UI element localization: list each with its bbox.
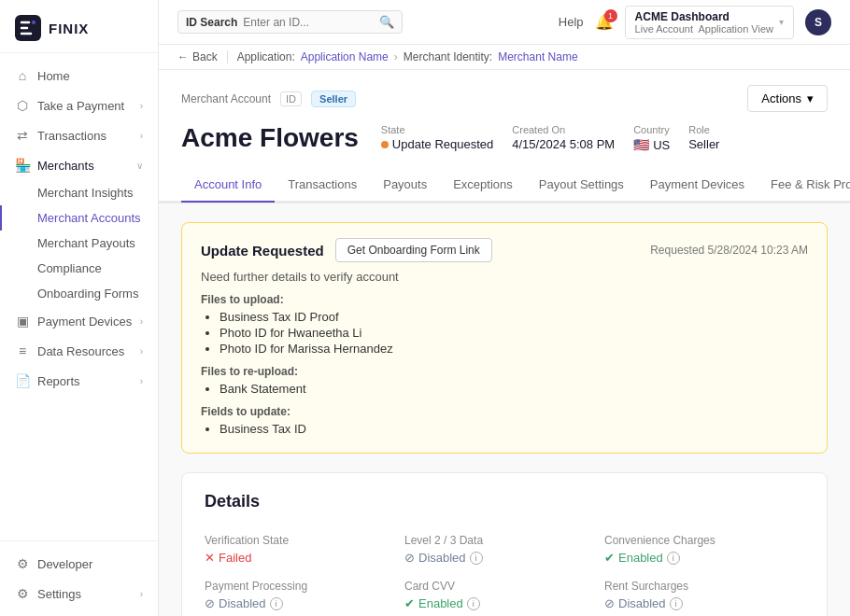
sidebar-item-onboarding-forms[interactable]: Onboarding Forms: [0, 281, 158, 306]
tab-fee-risk[interactable]: Fee & Risk Profiles: [758, 168, 850, 203]
sidebar: FINIX ⌂Home ⬡Take a Payment › ⇄Transacti…: [0, 0, 159, 616]
tab-account-info[interactable]: Account Info: [181, 168, 275, 203]
merchants-icon: 🏪: [15, 158, 30, 173]
actions-button[interactable]: Actions ▾: [747, 85, 828, 112]
reports-icon: 📄: [15, 373, 30, 388]
created-label: Created On: [512, 124, 615, 135]
details-title: Details: [205, 492, 804, 511]
sidebar-item-compliance[interactable]: Compliance: [0, 256, 158, 281]
list-item: Business Tax ID: [220, 422, 808, 436]
sidebar-item-reports[interactable]: 📄Reports ›: [0, 366, 158, 396]
alert-title: Update Requested: [201, 243, 324, 259]
help-button[interactable]: Help: [559, 15, 584, 29]
back-button[interactable]: ← Back: [177, 50, 228, 63]
detail-row-card-cvv: Card CVV ✔ Enabled i: [404, 572, 604, 616]
id-search-box[interactable]: ID Search 🔍: [177, 10, 403, 34]
notification-button[interactable]: 🔔 1: [595, 13, 614, 31]
details-col-1: Verification State ✕ Failed Payment Proc…: [205, 526, 404, 616]
payment-icon: ⬡: [15, 98, 30, 113]
sidebar-item-payment-devices[interactable]: ▣Payment Devices ›: [0, 306, 158, 336]
sidebar-item-merchants[interactable]: 🏪Merchants ∨: [0, 150, 158, 180]
transactions-icon: ⇄: [15, 128, 30, 143]
dashboard-switcher[interactable]: ACME Dashboard Live Account Application …: [625, 6, 794, 39]
search-icon[interactable]: 🔍: [379, 15, 394, 29]
details-section: Details Verification State ✕ Failed Paym: [181, 472, 828, 616]
get-onboarding-form-button[interactable]: Get Onboarding Form Link: [335, 238, 492, 262]
logo: FINIX: [0, 0, 158, 53]
merchants-submenu: Merchant Insights Merchant Accounts Merc…: [0, 180, 158, 306]
level23-value: ⊘ Disabled i: [404, 551, 604, 565]
seller-badge: Seller: [311, 91, 356, 107]
files-to-reupload-section: Files to re-upload: Bank Statement: [201, 365, 808, 396]
convenience-value: ✔ Enabled i: [604, 551, 804, 565]
devices-icon: ▣: [15, 314, 30, 329]
topbar-right: Help 🔔 1 ACME Dashboard Live Account App…: [559, 6, 831, 39]
merchant-meta: State Update Requested Created On 4/15/2…: [381, 124, 720, 152]
dashboard-name: ACME Dashboard: [635, 10, 773, 23]
chevron-down-icon: ▾: [779, 17, 784, 27]
sidebar-item-take-payment[interactable]: ⬡Take a Payment ›: [0, 91, 158, 120]
tabs: Account Info Transactions Payouts Except…: [159, 168, 850, 203]
breadcrumb-merchant-name[interactable]: Merchant Name: [498, 50, 577, 63]
home-icon: ⌂: [15, 68, 30, 83]
alert-title-row: Update Requested Get Onboarding Form Lin…: [201, 238, 492, 262]
topbar: ID Search 🔍 Help 🔔 1 ACME Dashboard Live…: [159, 0, 850, 45]
tab-exceptions[interactable]: Exceptions: [440, 168, 526, 203]
tab-transactions[interactable]: Transactions: [275, 168, 370, 203]
avatar[interactable]: S: [805, 9, 831, 35]
sidebar-item-home[interactable]: ⌂Home: [0, 61, 158, 91]
search-input[interactable]: [243, 16, 374, 29]
alert-box: Update Requested Get Onboarding Form Lin…: [181, 222, 828, 454]
list-item: Bank Statement: [220, 382, 808, 396]
country-meta: Country 🇺🇸 US: [633, 124, 670, 152]
topbar-left: ID Search 🔍: [177, 10, 403, 34]
merchant-title-row: Merchant Account ID Seller Actions ▾: [181, 85, 828, 112]
chevron-right-icon: ›: [140, 316, 143, 327]
sidebar-item-merchant-accounts[interactable]: Merchant Accounts: [0, 205, 158, 231]
info-icon[interactable]: i: [470, 552, 483, 565]
detail-label: Rent Surcharges: [604, 580, 804, 593]
detail-label: Card CVV: [404, 580, 604, 593]
tab-payment-devices[interactable]: Payment Devices: [637, 168, 758, 203]
data-icon: ≡: [15, 343, 30, 358]
back-arrow-icon: ←: [177, 50, 189, 63]
breadcrumb-application-name[interactable]: Application Name: [301, 50, 389, 63]
merchant-header: Merchant Account ID Seller Actions ▾ Acm…: [159, 70, 850, 203]
status-dot-orange: [381, 141, 389, 148]
id-search-label: ID Search: [186, 16, 237, 29]
info-icon[interactable]: i: [670, 597, 683, 610]
info-icon[interactable]: i: [667, 552, 680, 565]
files-upload-label: Files to upload:: [201, 293, 808, 306]
info-icon[interactable]: i: [467, 597, 480, 610]
detail-row-convenience: Convenience Charges ✔ Enabled i: [604, 526, 804, 572]
merchant-name: Acme Flowers: [181, 123, 359, 153]
tab-payouts[interactable]: Payouts: [370, 168, 440, 203]
chevron-right-icon: ›: [140, 346, 143, 357]
sidebar-item-settings[interactable]: ⚙Settings ›: [0, 579, 158, 609]
x-circle-icon: ✕: [205, 551, 215, 565]
sidebar-item-data-resources[interactable]: ≡Data Resources ›: [0, 336, 158, 366]
flag-icon: 🇺🇸: [633, 137, 649, 152]
state-label: State: [381, 124, 493, 135]
breadcrumb: ← Back Application: Application Name › M…: [159, 45, 850, 70]
country-label: Country: [633, 124, 670, 135]
role-meta: Role Seller: [688, 124, 719, 151]
alert-description: Need further details to verify account: [201, 270, 808, 284]
sidebar-item-merchant-payouts[interactable]: Merchant Payouts: [0, 231, 158, 256]
merchant-id-badge: ID: [280, 91, 302, 106]
tab-payout-settings[interactable]: Payout Settings: [526, 168, 637, 203]
verification-state-value: ✕ Failed: [205, 551, 404, 565]
info-icon[interactable]: i: [270, 597, 283, 610]
breadcrumb-merchant-label: Merchant Identity:: [404, 50, 492, 63]
fields-update-list: Business Tax ID: [201, 422, 808, 436]
check-circle-icon: ✔: [604, 551, 615, 565]
detail-row-level23: Level 2 / 3 Data ⊘ Disabled i: [404, 526, 604, 572]
detail-label: Payment Processing: [205, 580, 404, 593]
alert-requested-date: Requested 5/28/2024 10:23 AM: [650, 244, 808, 257]
alert-header: Update Requested Get Onboarding Form Lin…: [201, 238, 808, 262]
sidebar-item-transactions[interactable]: ⇄Transactions ›: [0, 120, 158, 150]
chevron-down-icon: ▾: [807, 91, 814, 105]
card-cvv-value: ✔ Enabled i: [404, 596, 604, 610]
sidebar-item-merchant-insights[interactable]: Merchant Insights: [0, 180, 158, 205]
sidebar-item-developer[interactable]: ⚙Developer: [0, 549, 158, 579]
